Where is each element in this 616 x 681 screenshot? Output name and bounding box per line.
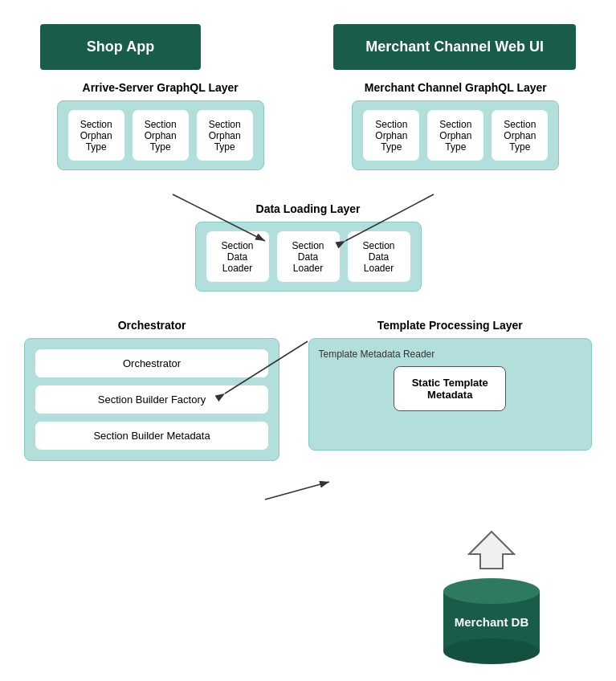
arrive-orphan-container: Section Orphan Type Section Orphan Type … — [57, 100, 264, 170]
architecture-diagram: Shop App Merchant Channel Web UI Arrive-… — [0, 0, 616, 681]
orchestrator-container: Orchestrator Section Builder Factory Sec… — [24, 338, 279, 461]
merchant-orphan-container: Section Orphan Type Section Orphan Type … — [352, 100, 559, 170]
static-template-box: Static Template Metadata — [394, 366, 506, 411]
template-section: Template Processing Layer Template Metad… — [308, 319, 593, 461]
top-apps-row: Shop App Merchant Channel Web UI — [16, 24, 600, 70]
orch-item-0: Orchestrator — [35, 349, 269, 378]
svg-point-10 — [443, 638, 540, 664]
orch-item-1: Section Builder Factory — [35, 385, 269, 414]
merchant-db-area: Merchant DB — [439, 530, 544, 665]
svg-text:Merchant DB: Merchant DB — [455, 615, 529, 629]
shop-app-label: Shop App — [87, 39, 154, 55]
loader-0: Section Data Loader — [206, 230, 270, 283]
merchant-graphql-label: Merchant Channel GraphQL Layer — [365, 81, 547, 94]
arrive-orphan-2: Section Orphan Type — [196, 109, 254, 161]
arrive-server-section: Arrive-Server GraphQL Layer Section Orph… — [24, 81, 296, 170]
loader-2: Section Data Loader — [347, 230, 411, 283]
svg-line-6 — [265, 482, 329, 500]
graphql-row: Arrive-Server GraphQL Layer Section Orph… — [16, 81, 600, 170]
merchant-channel-box: Merchant Channel Web UI — [333, 24, 576, 70]
shop-app-box: Shop App — [40, 24, 201, 70]
loader-container: Section Data Loader Section Data Loader … — [195, 222, 422, 292]
up-arrow-icon — [467, 530, 516, 573]
template-container: Template Metadata Reader Static Template… — [308, 338, 593, 451]
merchant-orphan-0: Section Orphan Type — [362, 109, 420, 161]
svg-point-9 — [443, 578, 540, 604]
arrive-orphan-1: Section Orphan Type — [132, 109, 190, 161]
loader-1: Section Data Loader — [276, 230, 341, 283]
orchestrator-label: Orchestrator — [118, 319, 186, 332]
arrive-orphan-0: Section Orphan Type — [67, 109, 125, 161]
orchestrator-section: Orchestrator Orchestrator Section Builde… — [24, 319, 279, 461]
data-loading-section: Data Loading Layer Section Data Loader S… — [16, 202, 600, 292]
arrow-spacer — [16, 170, 600, 202]
arrive-server-label: Arrive-Server GraphQL Layer — [83, 81, 239, 94]
merchant-db-cylinder: Merchant DB — [439, 577, 544, 665]
arrow-spacer-2 — [16, 292, 600, 308]
merchant-graphql-section: Merchant Channel GraphQL Layer Section O… — [320, 81, 592, 170]
orch-item-2: Section Builder Metadata — [35, 421, 269, 451]
template-label: Template Processing Layer — [377, 319, 523, 332]
template-metadata-reader-label: Template Metadata Reader — [319, 349, 582, 360]
merchant-orphan-2: Section Orphan Type — [491, 109, 549, 161]
bottom-row: Orchestrator Orchestrator Section Builde… — [16, 319, 600, 461]
svg-marker-7 — [469, 532, 514, 569]
data-loading-label: Data Loading Layer — [256, 202, 361, 215]
merchant-orphan-1: Section Orphan Type — [426, 109, 484, 161]
merchant-channel-label: Merchant Channel Web UI — [365, 39, 544, 55]
